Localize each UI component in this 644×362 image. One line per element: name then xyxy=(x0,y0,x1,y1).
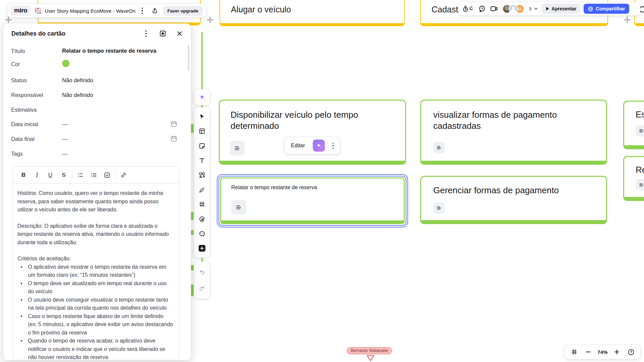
add-card-button[interactable] xyxy=(623,15,632,24)
edit-button[interactable]: Editar xyxy=(286,143,310,149)
story-card-partial-top[interactable]: Es xyxy=(623,101,644,149)
divider xyxy=(72,170,72,180)
avatar[interactable] xyxy=(509,4,518,13)
card-more-options-button[interactable] xyxy=(328,143,339,149)
divider xyxy=(310,140,310,151)
checkbox-icon xyxy=(104,172,110,178)
field-value-responsavel[interactable]: Não definido xyxy=(62,92,93,98)
shapes-tool[interactable] xyxy=(196,170,208,180)
description-icon[interactable] xyxy=(636,179,644,191)
frame-icon xyxy=(198,201,206,208)
share-button[interactable]: Compartilhar xyxy=(584,4,629,14)
field-value-status[interactable]: Não definido xyxy=(62,77,93,84)
panel-scrollbar[interactable] xyxy=(188,45,189,71)
creation-toolbar xyxy=(194,107,210,258)
numbered-list-button[interactable]: 12 xyxy=(73,169,87,181)
reactions-icon[interactable] xyxy=(462,4,475,13)
story-card-relatar[interactable]: Relatar o tempo restante de reserva xyxy=(220,177,405,224)
field-value-data-inicial[interactable]: — xyxy=(62,121,68,127)
history-toolbar xyxy=(194,262,210,299)
field-value-data-final[interactable]: — xyxy=(62,136,68,142)
field-label-estimativa: Estimativa xyxy=(11,107,37,113)
story-card-disponibilizar[interactable]: Disponibilizar veículo pelo tempo determ… xyxy=(219,100,406,165)
description-text[interactable]: História: Como usuário, quero ver o temp… xyxy=(13,184,179,360)
pen-tool[interactable] xyxy=(196,185,208,195)
card-title: Gerenciar formas de pagamento xyxy=(433,185,594,196)
select-tool[interactable] xyxy=(196,111,208,122)
checklist-button[interactable] xyxy=(100,169,114,181)
activity-card-alugar[interactable]: Alugar o veículo xyxy=(219,0,405,26)
close-panel-button[interactable] xyxy=(175,29,184,38)
story-card-partial-bottom[interactable]: Re xyxy=(623,156,644,201)
zoom-level[interactable]: 74% xyxy=(597,349,607,355)
export-share-icon[interactable] xyxy=(151,7,158,14)
comments-history-icon[interactable] xyxy=(478,5,486,13)
criteria-heading: Critérios de aceitação: xyxy=(17,255,173,263)
card-edit-toolbar: Editar xyxy=(285,137,340,154)
italic-button[interactable]: I xyxy=(30,169,44,181)
underline-button[interactable]: U xyxy=(44,169,57,181)
sparkles-icon xyxy=(198,93,206,101)
calendar-icon[interactable] xyxy=(170,135,178,142)
description-icon[interactable] xyxy=(433,142,445,153)
strikethrough-button[interactable]: S xyxy=(57,169,70,181)
upgrade-button[interactable]: Fazer upgrade xyxy=(163,6,203,16)
board-options-button[interactable] xyxy=(138,8,146,14)
description-icon[interactable] xyxy=(231,200,246,215)
avatar-stack[interactable]: G xyxy=(502,4,524,13)
bullet-list-button[interactable] xyxy=(87,169,100,181)
add-card-button[interactable] xyxy=(206,15,214,24)
description-icon[interactable] xyxy=(230,141,245,156)
question-icon: ? xyxy=(628,349,635,356)
card-title: Disponibilizar veículo pelo tempo determ… xyxy=(231,109,394,132)
zoom-in-button[interactable] xyxy=(612,347,622,357)
undo-button[interactable] xyxy=(196,267,208,277)
description-icon[interactable] xyxy=(433,202,445,214)
story-card-visualizar[interactable]: visualizar formas de pagamento cadastrad… xyxy=(420,100,607,165)
collaborator-cursor-pointer xyxy=(366,355,375,362)
criteria-item: Quando o tempo de reserva acabar, o apli… xyxy=(17,337,173,360)
sticker-tool[interactable] xyxy=(196,214,208,224)
calendar-icon[interactable] xyxy=(170,120,178,127)
collaborator-cursor-label: Bernardo Watanabe xyxy=(347,347,392,354)
zoom-out-button[interactable] xyxy=(584,347,593,357)
zoom-controls: 74% ? xyxy=(565,345,640,359)
card-details-panel: Detalhes do cartão Título Relatar o temp… xyxy=(3,23,191,360)
board-title[interactable]: User Story Mapping EcoMove - WaveOn xyxy=(45,8,135,14)
video-call-icon[interactable] xyxy=(490,4,498,13)
redo-button[interactable] xyxy=(196,283,208,294)
sticky-note-tool[interactable] xyxy=(196,141,208,151)
ai-creation-button[interactable] xyxy=(194,89,210,105)
color-swatch[interactable] xyxy=(62,60,69,67)
plus-icon xyxy=(614,349,620,355)
story-paragraph: História: Como usuário, quero ver o temp… xyxy=(17,189,173,214)
story-card-relatar-selection[interactable]: Relatar o tempo restante de reserva xyxy=(217,174,408,227)
ai-assist-button[interactable] xyxy=(313,140,325,152)
frame-tool[interactable] xyxy=(196,199,208,210)
editor-toolbar: B I U S 12 xyxy=(13,167,179,184)
chevron-down-icon[interactable] xyxy=(534,6,538,11)
maximize-icon xyxy=(159,30,166,37)
text-tool[interactable] xyxy=(196,155,208,166)
description-paragraph: Descrição: O aplicativo exibe de forma c… xyxy=(17,222,173,247)
templates-tool[interactable] xyxy=(196,126,208,137)
comment-tool[interactable] xyxy=(196,228,208,239)
field-value-tags[interactable]: — xyxy=(62,151,68,157)
story-card-gerenciar[interactable]: Gerenciar formas de pagamento xyxy=(420,176,607,224)
miro-logo[interactable]: miro xyxy=(11,6,31,16)
field-value-titulo[interactable]: Relatar o tempo restante de reserva xyxy=(62,48,156,54)
panel-options-button[interactable] xyxy=(141,29,151,38)
fit-to-screen-button[interactable] xyxy=(569,347,579,357)
link-button[interactable] xyxy=(117,169,130,181)
help-button[interactable]: ? xyxy=(626,347,636,357)
present-button[interactable]: Apresentar xyxy=(542,4,581,14)
collaboration-bar: G 3 Apresentar Compartilhar xyxy=(458,2,640,15)
play-icon xyxy=(546,7,549,11)
field-label-data-inicial: Data inicial xyxy=(11,121,38,127)
description-icon[interactable] xyxy=(636,125,644,137)
comment-bubble-icon xyxy=(198,230,206,238)
expand-panel-button[interactable] xyxy=(158,29,167,38)
more-tools-button[interactable] xyxy=(196,243,208,254)
criteria-item: O aplicativo deve mostrar o tempo restan… xyxy=(17,263,173,279)
bold-button[interactable]: B xyxy=(17,169,30,181)
